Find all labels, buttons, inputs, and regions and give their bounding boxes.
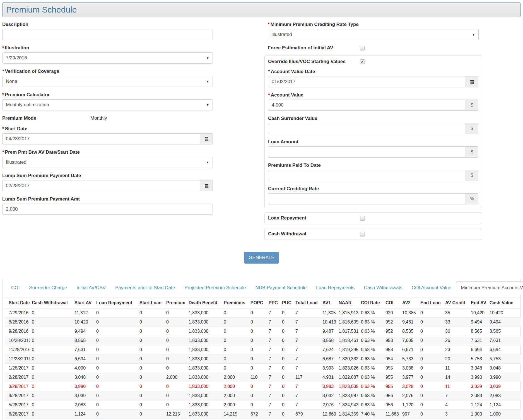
table-cell: 0.63 % bbox=[359, 308, 383, 318]
results-tabs: COISurrender ChargeInitial AV/CSVPayment… bbox=[3, 279, 520, 294]
force-estimation-checkbox[interactable] bbox=[360, 46, 365, 50]
chevron-down-icon: ▼ bbox=[206, 80, 209, 83]
table-row: 7/28/201701,0000012,3461,833,00026,56167… bbox=[5, 419, 521, 420]
loan-repayment-checkbox[interactable] bbox=[360, 216, 365, 221]
tab-cash-withdrawals[interactable]: Cash Withdrawals bbox=[359, 281, 407, 294]
table-cell: 7 bbox=[293, 308, 320, 318]
table-cell: 0 bbox=[94, 391, 137, 400]
account-value-input[interactable] bbox=[268, 100, 466, 111]
tab-minimum-premium-account-value[interactable]: Minimum Premium Account Value bbox=[456, 281, 523, 294]
table-cell: 4 bbox=[443, 400, 469, 410]
table-cell: 0.63 % bbox=[359, 391, 383, 400]
table-cell: 1,820,332 bbox=[336, 354, 359, 364]
table-cell: 7 bbox=[266, 400, 280, 410]
tab-coi[interactable]: COI bbox=[6, 281, 24, 294]
table-cell: 5,733 bbox=[400, 354, 418, 364]
description-input[interactable] bbox=[2, 29, 213, 40]
table-cell: 7,631 bbox=[72, 345, 94, 354]
account-value-date-input[interactable] bbox=[268, 76, 466, 87]
tab-projected-premium-schedule[interactable]: Projected Premium Schedule bbox=[180, 281, 250, 294]
lump-sum-date-input[interactable] bbox=[2, 180, 200, 191]
tab-ndb-payment-schedule[interactable]: NDB Payment Schedule bbox=[251, 281, 311, 294]
column-header-cash-withdrawal: Cash Withdrawal bbox=[30, 298, 72, 308]
field-current-crediting-rate: Current Crediting Rate % bbox=[268, 186, 478, 204]
field-premium-mode: Premium Mode Monthly bbox=[2, 115, 213, 121]
required-asterisk: * bbox=[2, 126, 4, 131]
table-cell: 6,687 bbox=[320, 354, 336, 364]
table-cell: 6,694 bbox=[72, 354, 94, 364]
dollar-addon: $ bbox=[466, 146, 478, 158]
table-cell: 0 bbox=[248, 354, 266, 364]
table-cell: 1,823,987 bbox=[336, 391, 359, 400]
column-header-cash-value: Cash Value bbox=[487, 298, 521, 308]
table-cell: 26 bbox=[443, 336, 469, 345]
account-value-date-calendar-button[interactable] bbox=[466, 76, 478, 87]
verification-of-coverage-select[interactable]: None ▼ bbox=[2, 76, 213, 87]
start-date-input[interactable] bbox=[2, 133, 200, 144]
table-cell: 1,124 bbox=[469, 400, 487, 410]
table-cell: 0 bbox=[418, 364, 443, 373]
table-cell: 0 bbox=[418, 419, 443, 420]
table-cell: 0 bbox=[137, 308, 164, 318]
override-starting-values-label: Override Illus/VOC Starting Values bbox=[268, 59, 360, 64]
table-cell: 0 bbox=[137, 318, 164, 327]
field-loan-repayment: Loan Repayment bbox=[268, 215, 478, 221]
table-cell: 1,819,395 bbox=[336, 345, 359, 354]
tab-coi-account-value[interactable]: COI Account Value bbox=[407, 281, 456, 294]
current-crediting-rate-input[interactable] bbox=[268, 193, 466, 204]
tab-surrender-charge[interactable]: Surrender Charge bbox=[24, 281, 72, 294]
min-premium-crediting-rate-type-select[interactable]: Illustrated ▼ bbox=[268, 29, 479, 40]
tab-loan-repayments[interactable]: Loan Repayments bbox=[311, 281, 359, 294]
table-cell: 0 bbox=[94, 308, 137, 318]
table-cell: 1,000 bbox=[487, 410, 521, 419]
table-cell: 1,833,000 bbox=[186, 308, 221, 318]
table-cell: 12,660 bbox=[320, 419, 336, 420]
column-header-puc: PUC bbox=[280, 298, 293, 308]
table-row: 4/28/201703,0390001,833,0002,00007073,03… bbox=[5, 391, 521, 400]
description-label: Description bbox=[2, 22, 213, 27]
column-header-coi: COI bbox=[383, 298, 400, 308]
table-cell: 6,694 bbox=[487, 345, 521, 354]
tab-initial-av-csv[interactable]: Initial AV/CSV bbox=[72, 281, 110, 294]
illustration-select[interactable]: 7/29/2016 ▼ bbox=[2, 52, 213, 64]
table-cell: 0 bbox=[418, 400, 443, 410]
table-cell: 0.63 % bbox=[359, 364, 383, 373]
column-header-popc: POPC bbox=[248, 298, 266, 308]
table-cell: 2/28/2017 bbox=[5, 373, 30, 382]
tab-payments-prior-to-start-date[interactable]: Payments prior to Start Date bbox=[110, 281, 180, 294]
table-row: 2/28/201703,048002,0001,833,0002,0001107… bbox=[5, 373, 521, 382]
table-row: 3/28/201703,9900001,833,0002,00007073,98… bbox=[5, 382, 521, 391]
table-cell: 3,990 bbox=[487, 373, 521, 382]
generate-button[interactable]: GENERATE bbox=[244, 252, 279, 264]
cash-withdrawal-checkbox[interactable] bbox=[360, 232, 365, 236]
lump-sum-amt-input[interactable] bbox=[2, 204, 213, 215]
form-right-column: *Minimum Premium Crediting Rate Type Ill… bbox=[264, 22, 482, 244]
table-cell: 953 bbox=[383, 336, 400, 345]
prem-pmt-btw-select[interactable]: Illustrated ▼ bbox=[2, 157, 213, 168]
prem-pmt-btw-selected-value: Illustrated bbox=[6, 160, 26, 165]
premiums-paid-to-date-input[interactable] bbox=[268, 170, 466, 181]
table-cell: 0 bbox=[418, 410, 443, 419]
table-cell: 1,818,461 bbox=[336, 336, 359, 345]
table-cell: 0 bbox=[280, 391, 293, 400]
table-cell: 1,833,000 bbox=[186, 354, 221, 364]
table-cell: 0 bbox=[418, 327, 443, 336]
table-cell: 0 bbox=[94, 400, 137, 410]
table-cell: 955 bbox=[383, 382, 400, 391]
required-asterisk: * bbox=[2, 45, 4, 50]
cash-surrender-value-input[interactable] bbox=[268, 123, 466, 134]
override-starting-values-checkbox[interactable]: ✔ bbox=[360, 59, 365, 64]
table-cell: 3,028 bbox=[400, 382, 418, 391]
table-cell: 11,663 bbox=[383, 419, 400, 420]
loan-amount-input[interactable] bbox=[268, 146, 466, 158]
table-cell: 0 bbox=[164, 391, 186, 400]
start-date-calendar-button[interactable] bbox=[200, 133, 213, 144]
table-cell: 0 bbox=[280, 364, 293, 373]
table-cell: 0 bbox=[418, 382, 443, 391]
table-cell: 7 bbox=[266, 373, 280, 382]
required-asterisk: * bbox=[2, 69, 4, 74]
premium-calculator-select[interactable]: Monthly optimization ▼ bbox=[2, 99, 213, 110]
lump-sum-date-calendar-button[interactable] bbox=[200, 180, 213, 191]
force-estimation-label: Force Estimation of Initial AV bbox=[268, 45, 360, 51]
table-cell: 0 bbox=[30, 327, 72, 336]
